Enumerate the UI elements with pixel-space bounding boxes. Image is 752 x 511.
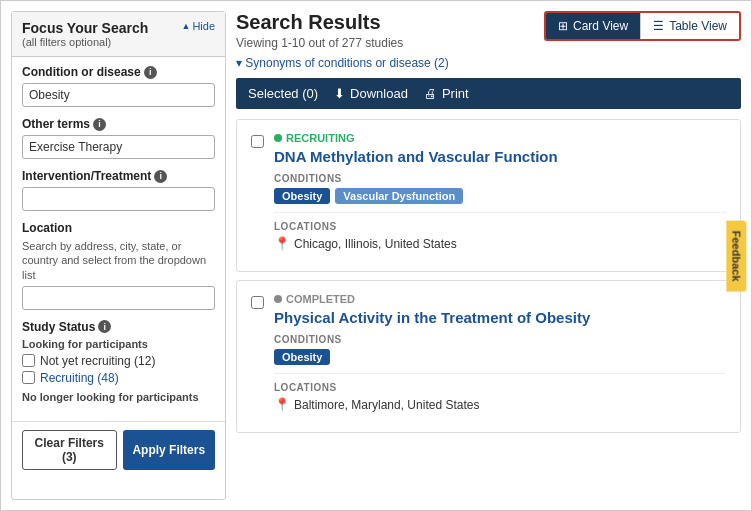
not-yet-recruiting-checkbox[interactable]: [22, 354, 35, 367]
card-view-button[interactable]: ⊞ Card View: [546, 13, 640, 39]
recruiting-label[interactable]: Recruiting (48): [40, 371, 119, 385]
study-2-status-dot: [274, 295, 282, 303]
other-terms-filter-section: Other terms i: [22, 117, 215, 159]
study-2-status-text: COMPLETED: [286, 293, 355, 305]
sidebar: Focus Your Search (all filters optional)…: [11, 11, 226, 500]
location-input[interactable]: [22, 286, 215, 310]
location-pin-icon-2: 📍: [274, 397, 290, 412]
study-1-title[interactable]: DNA Methylation and Vascular Function: [274, 148, 726, 165]
action-bar: Selected (0) ⬇ Download 🖨 Print: [236, 78, 741, 109]
print-label: Print: [442, 86, 469, 101]
study-2-divider: [274, 373, 726, 374]
intervention-label: Intervention/Treatment i: [22, 169, 215, 183]
study-2-checkbox[interactable]: [251, 296, 264, 309]
app-container: Focus Your Search (all filters optional)…: [0, 0, 752, 511]
hide-button[interactable]: ▲ Hide: [181, 20, 215, 32]
study-1-status-text: RECRUITING: [286, 132, 354, 144]
study-1-status-badge: RECRUITING: [274, 132, 726, 144]
study-2-locations-label: LOCATIONS: [274, 382, 726, 393]
main-content: Search Results Viewing 1-10 out of 277 s…: [236, 11, 741, 500]
study-1-locations-label: LOCATIONS: [274, 221, 726, 232]
no-longer-label: No longer looking for participants: [22, 391, 215, 403]
study-2-status-badge: COMPLETED: [274, 293, 726, 305]
study-status-info-icon[interactable]: i: [98, 320, 111, 333]
card-1-body: RECRUITING DNA Methylation and Vascular …: [274, 132, 726, 251]
study-1-tag-obesity[interactable]: Obesity: [274, 188, 330, 204]
card-1-top: RECRUITING DNA Methylation and Vascular …: [251, 132, 726, 251]
view-toggle: ⊞ Card View ☰ Table View: [544, 11, 741, 41]
sidebar-header: Focus Your Search (all filters optional)…: [12, 12, 225, 57]
study-status-section: Study Status i Looking for participants …: [22, 320, 215, 403]
recruiting-checkbox[interactable]: [22, 371, 35, 384]
download-button[interactable]: ⬇ Download: [334, 86, 408, 101]
looking-for-label: Looking for participants: [22, 338, 215, 350]
table-view-icon: ☰: [653, 19, 664, 33]
sidebar-subtitle: (all filters optional): [22, 36, 148, 48]
condition-info-icon[interactable]: i: [144, 66, 157, 79]
other-terms-input[interactable]: [22, 135, 215, 159]
study-2-conditions-label: CONDITIONS: [274, 334, 726, 345]
not-yet-recruiting-label[interactable]: Not yet recruiting (12): [40, 354, 155, 368]
study-1-conditions-label: CONDITIONS: [274, 173, 726, 184]
condition-input[interactable]: [22, 83, 215, 107]
clear-filters-button[interactable]: Clear Filters (3): [22, 430, 117, 470]
study-1-condition-tags: Obesity Vascular Dysfunction: [274, 188, 726, 204]
location-desc: Search by address, city, state, or count…: [22, 239, 215, 282]
synonyms-link[interactable]: Synonyms of conditions or disease (2): [236, 56, 741, 70]
download-label: Download: [350, 86, 408, 101]
download-icon: ⬇: [334, 86, 345, 101]
study-2-tag-obesity[interactable]: Obesity: [274, 349, 330, 365]
study-card-1: RECRUITING DNA Methylation and Vascular …: [236, 119, 741, 272]
print-icon: 🖨: [424, 86, 437, 101]
study-1-location: 📍 Chicago, Illinois, United States: [274, 236, 726, 251]
study-1-checkbox[interactable]: [251, 135, 264, 148]
chevron-up-icon: ▲: [181, 21, 190, 31]
content-header: Search Results Viewing 1-10 out of 277 s…: [236, 11, 741, 50]
table-view-label: Table View: [669, 19, 727, 33]
sidebar-header-text: Focus Your Search (all filters optional): [22, 20, 148, 48]
study-card-2: COMPLETED Physical Activity in the Treat…: [236, 280, 741, 433]
not-yet-recruiting-checkbox-item: Not yet recruiting (12): [22, 354, 215, 368]
intervention-input[interactable]: [22, 187, 215, 211]
print-button[interactable]: 🖨 Print: [424, 86, 469, 101]
study-1-status-dot: [274, 134, 282, 142]
sidebar-title: Focus Your Search: [22, 20, 148, 36]
recruiting-checkbox-item: Recruiting (48): [22, 371, 215, 385]
study-2-condition-tags: Obesity: [274, 349, 726, 365]
condition-filter-section: Condition or disease i: [22, 65, 215, 107]
card-2-top: COMPLETED Physical Activity in the Treat…: [251, 293, 726, 412]
location-label: Location: [22, 221, 215, 235]
condition-label: Condition or disease i: [22, 65, 215, 79]
study-2-location: 📍 Baltimore, Maryland, United States: [274, 397, 726, 412]
selected-count: Selected (0): [248, 86, 318, 101]
search-results-title: Search Results: [236, 11, 403, 34]
other-terms-info-icon[interactable]: i: [93, 118, 106, 131]
viewing-count: Viewing 1-10 out of 277 studies: [236, 36, 403, 50]
intervention-filter-section: Intervention/Treatment i: [22, 169, 215, 211]
hide-label: Hide: [192, 20, 215, 32]
card-view-label: Card View: [573, 19, 628, 33]
study-2-title[interactable]: Physical Activity in the Treatment of Ob…: [274, 309, 726, 326]
table-view-button[interactable]: ☰ Table View: [640, 13, 739, 39]
study-1-tag-vascular[interactable]: Vascular Dysfunction: [335, 188, 463, 204]
location-pin-icon-1: 📍: [274, 236, 290, 251]
apply-filters-button[interactable]: Apply Filters: [123, 430, 216, 470]
other-terms-label: Other terms i: [22, 117, 215, 131]
feedback-tab[interactable]: Feedback: [727, 220, 747, 291]
results-header-left: Search Results Viewing 1-10 out of 277 s…: [236, 11, 403, 50]
study-1-divider: [274, 212, 726, 213]
card-view-icon: ⊞: [558, 19, 568, 33]
main-layout: Focus Your Search (all filters optional)…: [11, 11, 741, 500]
location-filter-section: Location Search by address, city, state,…: [22, 221, 215, 310]
intervention-info-icon[interactable]: i: [154, 170, 167, 183]
card-2-body: COMPLETED Physical Activity in the Treat…: [274, 293, 726, 412]
sidebar-footer: Clear Filters (3) Apply Filters: [12, 421, 225, 478]
sidebar-content: Condition or disease i Other terms i: [12, 57, 225, 421]
study-status-label: Study Status i: [22, 320, 215, 334]
